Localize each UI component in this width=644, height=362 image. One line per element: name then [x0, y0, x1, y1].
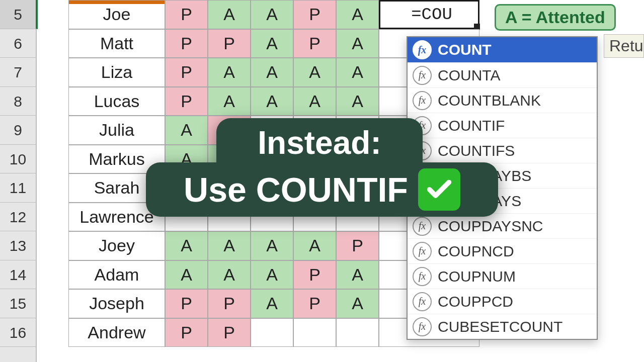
- row-number[interactable]: 12: [0, 203, 36, 232]
- autocomplete-item-label: COUPPCD: [438, 293, 513, 310]
- attendance-cell[interactable]: P: [165, 318, 208, 347]
- row-number[interactable]: 11: [0, 173, 36, 203]
- attendance-cell[interactable]: A: [336, 87, 379, 116]
- autocomplete-item-countblank[interactable]: fx COUNTBLANK: [408, 87, 597, 113]
- name-cell[interactable]: Joe: [68, 0, 165, 29]
- attendance-cell[interactable]: P: [208, 318, 251, 347]
- autocomplete-item-coupdaysnc[interactable]: fx COUPDAYSNC: [408, 213, 597, 238]
- autocomplete-item-count[interactable]: fx COUNT: [408, 37, 597, 62]
- fx-icon: fx: [413, 91, 432, 110]
- autocomplete-item-label: COUPNUM: [438, 268, 516, 285]
- attendance-cell[interactable]: A: [336, 29, 379, 58]
- attendance-cell[interactable]: A: [208, 87, 251, 116]
- attendance-cell[interactable]: P: [336, 231, 379, 260]
- autocomplete-item-label: COUPDAYSNC: [438, 218, 543, 235]
- attendance-cell[interactable]: P: [293, 0, 336, 29]
- attendance-cell[interactable]: A: [336, 58, 379, 87]
- attendance-cell[interactable]: A: [165, 260, 208, 290]
- row-number-gutter: 5 6 7 8 9 10 11 12 13 14 15 16: [0, 0, 37, 362]
- name-cell[interactable]: Andrew: [68, 318, 165, 347]
- attendance-cell[interactable]: A: [208, 0, 251, 29]
- attendance-cell[interactable]: P: [165, 29, 208, 58]
- attendance-cell[interactable]: P: [293, 29, 336, 58]
- attendance-cell[interactable]: A: [336, 260, 379, 290]
- fx-icon: fx: [413, 317, 432, 336]
- attendance-cell[interactable]: A: [251, 58, 293, 87]
- attendance-cell[interactable]: A: [293, 58, 336, 87]
- attendance-cell[interactable]: A: [251, 87, 293, 116]
- row-number[interactable]: 5: [0, 0, 38, 29]
- attendance-cell[interactable]: A: [293, 87, 336, 116]
- attendance-cell[interactable]: A: [251, 231, 293, 260]
- overlay-caption-line2-text: Use COUNTIF: [184, 170, 408, 209]
- attendance-cell[interactable]: A: [251, 289, 293, 318]
- row-number[interactable]: 6: [0, 29, 36, 58]
- checkmark-icon: [418, 168, 460, 211]
- autocomplete-item-label: COUNT: [438, 41, 492, 58]
- autocomplete-item-cubesetcount[interactable]: fx CUBESETCOUNT: [408, 314, 597, 339]
- autocomplete-item-label: CUBESETCOUNT: [438, 318, 562, 335]
- formula-cell-editing[interactable]: =COU: [379, 0, 479, 29]
- row-number[interactable]: 15: [0, 289, 36, 318]
- row-number[interactable]: 14: [0, 260, 36, 290]
- name-cell[interactable]: Liza: [68, 58, 165, 87]
- name-cell[interactable]: Lucas: [68, 87, 165, 116]
- attendance-cell[interactable]: A: [293, 231, 336, 260]
- overlay-caption-line1: Instead:: [216, 118, 423, 167]
- row-number[interactable]: 16: [0, 318, 36, 347]
- fx-icon: fx: [413, 267, 432, 286]
- overlay-caption: Instead: Use COUNTIF: [146, 118, 498, 217]
- attendance-cell[interactable]: [251, 318, 293, 347]
- row-number[interactable]: 10: [0, 145, 36, 174]
- row-number[interactable]: 7: [0, 58, 36, 87]
- autocomplete-item-counta[interactable]: fx COUNTA: [408, 62, 597, 87]
- attendance-cell[interactable]: P: [293, 260, 336, 290]
- autocomplete-item-couppcd[interactable]: fx COUPPCD: [408, 289, 597, 314]
- attendance-cell[interactable]: A: [208, 231, 251, 260]
- attendance-cell[interactable]: P: [208, 289, 251, 318]
- attendance-cell[interactable]: [336, 318, 379, 347]
- fx-icon: fx: [413, 66, 432, 85]
- attendance-cell[interactable]: A: [251, 260, 293, 290]
- attendance-cell[interactable]: P: [208, 29, 251, 58]
- name-cell[interactable]: Matt: [68, 29, 165, 58]
- name-cell[interactable]: Joey: [68, 231, 165, 260]
- attendance-cell[interactable]: P: [165, 289, 208, 318]
- row-number[interactable]: 9: [0, 116, 36, 145]
- attendance-cell[interactable]: P: [165, 0, 208, 29]
- attendance-cell[interactable]: A: [165, 231, 208, 260]
- attendance-cell[interactable]: A: [208, 58, 251, 87]
- fx-icon: fx: [413, 242, 432, 261]
- attendance-cell[interactable]: A: [336, 0, 379, 29]
- row-number[interactable]: 13: [0, 231, 36, 260]
- legend-badge: A = Attented: [495, 4, 616, 31]
- overlay-caption-line2: Use COUNTIF: [146, 162, 498, 217]
- fx-icon: fx: [413, 217, 432, 236]
- name-cell[interactable]: Joseph: [68, 289, 165, 318]
- attendance-cell[interactable]: A: [208, 260, 251, 290]
- fx-icon: fx: [413, 292, 432, 311]
- attendance-cell[interactable]: P: [165, 87, 208, 116]
- attendance-cell[interactable]: A: [336, 289, 379, 318]
- autocomplete-item-label: COUNTBLANK: [438, 92, 541, 109]
- attendance-cell[interactable]: A: [251, 29, 293, 58]
- autocomplete-item-label: COUNTA: [438, 67, 500, 84]
- autocomplete-item-coupncd[interactable]: fx COUPNCD: [408, 238, 597, 263]
- autocomplete-item-coupnum[interactable]: fx COUPNUM: [408, 263, 597, 289]
- fx-icon: fx: [413, 40, 432, 59]
- attendance-cell[interactable]: A: [251, 0, 293, 29]
- attendance-cell[interactable]: [293, 318, 336, 347]
- name-cell[interactable]: Adam: [68, 260, 165, 290]
- autocomplete-item-label: COUPNCD: [438, 243, 514, 260]
- function-tooltip: Retu: [604, 34, 644, 58]
- row-number[interactable]: 8: [0, 87, 36, 116]
- attendance-cell[interactable]: P: [293, 289, 336, 318]
- attendance-cell[interactable]: P: [165, 58, 208, 87]
